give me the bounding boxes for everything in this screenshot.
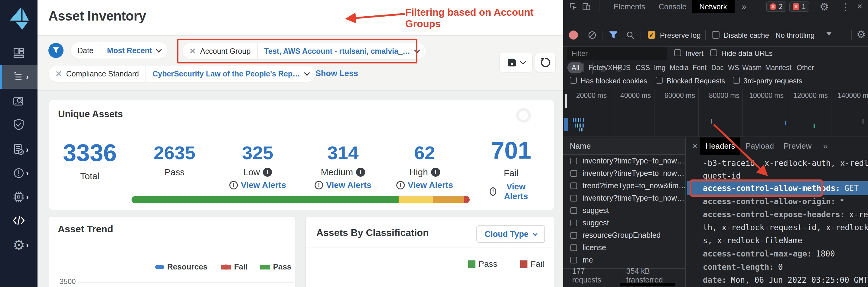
hide-data-urls-checkbox[interactable] bbox=[710, 49, 717, 56]
timeline-selection-bar[interactable] bbox=[564, 118, 568, 131]
request-row[interactable]: inventory?timeType=to_now… bbox=[563, 155, 686, 167]
request-checkbox[interactable] bbox=[570, 182, 577, 189]
request-row[interactable]: inventory?timeType=to_now… bbox=[563, 192, 686, 204]
info-icon[interactable]: i bbox=[356, 168, 365, 177]
remove-filter-icon[interactable]: ✕ bbox=[55, 69, 62, 78]
kebab-menu-icon[interactable]: ⋮ bbox=[841, 1, 850, 12]
legend-resources[interactable]: Resources bbox=[167, 262, 208, 272]
filter-button[interactable] bbox=[49, 43, 63, 58]
network-filter-input[interactable]: Filter bbox=[567, 47, 667, 60]
request-checkbox[interactable] bbox=[570, 170, 577, 177]
type-chip-css[interactable]: CSS bbox=[636, 64, 650, 72]
request-checkbox[interactable] bbox=[570, 195, 577, 202]
legend-fail[interactable]: Fail bbox=[530, 259, 544, 269]
type-chip-all[interactable]: All bbox=[567, 62, 584, 73]
request-row[interactable]: resourceGroupEnabled bbox=[563, 229, 686, 241]
blocked-requests-label[interactable]: Blocked Requests bbox=[666, 77, 725, 85]
more-tabs-icon[interactable]: » bbox=[742, 0, 746, 13]
asset-inventory-page: Asset Inventory Filtering based on Accou… bbox=[37, 0, 563, 287]
name-column-header[interactable]: Name bbox=[563, 138, 685, 155]
reset-filters-button[interactable] bbox=[535, 53, 555, 72]
invert-checkbox[interactable] bbox=[674, 49, 681, 56]
close-detail-icon[interactable]: × bbox=[692, 141, 698, 151]
type-chip-js[interactable]: JS bbox=[622, 64, 630, 72]
type-chip-media[interactable]: Media bbox=[670, 64, 689, 72]
has-blocked-cookies-checkbox[interactable] bbox=[570, 77, 577, 84]
legend-fail[interactable]: Fail bbox=[234, 262, 248, 272]
issues-badge[interactable]: ✕ 1 bbox=[789, 1, 809, 12]
info-icon[interactable]: i bbox=[263, 168, 272, 177]
tab-elements[interactable]: Elements bbox=[614, 0, 645, 13]
request-row[interactable]: trend?timeType=to_now&tim… bbox=[563, 179, 686, 192]
has-blocked-cookies-label[interactable]: Has blocked cookies bbox=[581, 77, 647, 85]
account-group-filter-label: Account Group bbox=[200, 47, 251, 56]
view-alerts-link-high[interactable]: View Alerts bbox=[408, 180, 453, 190]
devtools-settings-gear-icon[interactable]: ⚙ bbox=[819, 1, 829, 13]
tab-headers[interactable]: Headers bbox=[700, 138, 740, 155]
selected-header-row[interactable]: access-control-allow-methods:GET bbox=[687, 181, 868, 195]
horizontal-scrollbar-thumb[interactable] bbox=[620, 283, 675, 286]
network-overview-timeline[interactable]: 20000 ms 40000 ms 60000 ms 80000 ms 1000… bbox=[563, 88, 868, 137]
request-row[interactable]: inventory?timeType=to_now… bbox=[563, 167, 686, 179]
request-checkbox[interactable] bbox=[570, 232, 577, 239]
date-filter-chip[interactable]: Date Most Recent bbox=[71, 42, 167, 59]
request-checkbox[interactable] bbox=[570, 158, 577, 164]
type-chip-fetch-xhr[interactable]: Fetch/XHR bbox=[589, 64, 622, 72]
legend-pass[interactable]: Pass bbox=[273, 262, 291, 272]
request-checkbox[interactable] bbox=[570, 257, 577, 263]
sidebar-item-settings[interactable]: ⚙ › bbox=[0, 235, 37, 256]
tab-preview[interactable]: Preview bbox=[784, 138, 811, 155]
blocked-requests-checkbox[interactable] bbox=[656, 77, 663, 84]
device-toolbar-icon[interactable] bbox=[582, 2, 591, 13]
request-checkbox[interactable] bbox=[570, 207, 577, 214]
type-chip-font[interactable]: Font bbox=[692, 64, 707, 72]
request-row[interactable]: suggest bbox=[563, 217, 686, 229]
timeline-handle[interactable] bbox=[565, 94, 567, 108]
chevron-right-icon: › bbox=[26, 72, 29, 81]
request-checkbox[interactable] bbox=[570, 244, 577, 251]
third-party-requests-label[interactable]: 3rd-party requests bbox=[743, 77, 802, 85]
view-alerts-link-medium[interactable]: View Alerts bbox=[326, 180, 371, 190]
third-party-requests-checkbox[interactable] bbox=[733, 77, 740, 84]
request-checkbox[interactable] bbox=[570, 220, 577, 226]
view-alerts-link-fail[interactable]: View Alerts bbox=[499, 182, 533, 201]
sidebar-item-compute[interactable]: › bbox=[0, 186, 37, 208]
type-chip-manifest[interactable]: Manifest bbox=[765, 64, 792, 72]
sidebar-item-dashboard[interactable] bbox=[0, 43, 37, 64]
more-detail-tabs-icon[interactable]: » bbox=[819, 138, 831, 155]
type-chip-img[interactable]: Img bbox=[654, 64, 665, 72]
tab-payload[interactable]: Payload bbox=[746, 138, 773, 155]
legend-pass[interactable]: Pass bbox=[478, 259, 497, 269]
fail-series-marker-icon bbox=[221, 265, 231, 270]
account-group-filter-chip[interactable]: ✕ Account Group Test, AWS Account - rtul… bbox=[183, 43, 426, 59]
type-chip-doc[interactable]: Doc bbox=[711, 64, 724, 72]
type-chip-wasm[interactable]: Wasm bbox=[742, 64, 762, 72]
show-less-link[interactable]: Show Less bbox=[315, 69, 358, 78]
network-toolbar: ✓ Preserve log Disable cache No throttli… bbox=[563, 13, 868, 30]
save-filter-button[interactable] bbox=[500, 53, 532, 72]
hide-data-urls-label[interactable]: Hide data URLs bbox=[721, 49, 772, 58]
inspect-element-icon[interactable] bbox=[568, 2, 578, 13]
prisma-cloud-logo[interactable] bbox=[7, 5, 31, 31]
view-alerts-link-low[interactable]: View Alerts bbox=[241, 180, 286, 190]
sidebar-item-alerts[interactable]: › bbox=[0, 163, 37, 184]
cloud-type-dropdown[interactable]: Cloud Type bbox=[476, 225, 545, 243]
tab-network[interactable]: Network bbox=[692, 0, 735, 13]
type-chip-other[interactable]: Other bbox=[797, 64, 814, 72]
tab-console[interactable]: Console bbox=[659, 0, 686, 13]
request-row[interactable]: me bbox=[563, 254, 686, 266]
sidebar-item-governance[interactable] bbox=[0, 114, 37, 135]
type-chip-ws[interactable]: WS bbox=[728, 64, 739, 72]
console-errors-badge[interactable]: ✕ 2 bbox=[766, 1, 786, 12]
invert-label[interactable]: Invert bbox=[685, 49, 704, 58]
info-icon[interactable]: i bbox=[431, 168, 440, 177]
request-row[interactable]: suggest bbox=[563, 204, 686, 217]
remove-filter-icon[interactable]: ✕ bbox=[189, 46, 196, 56]
sidebar-item-compliance[interactable]: › bbox=[0, 139, 37, 160]
sidebar-item-investigate[interactable] bbox=[0, 91, 37, 112]
sidebar-item-inventory-active[interactable]: › bbox=[0, 65, 37, 89]
request-row[interactable]: license bbox=[563, 241, 686, 254]
devtools-close-icon[interactable]: × bbox=[857, 1, 863, 11]
compliance-standard-filter-chip[interactable]: ✕ Compliance Standard CyberSecurity Law … bbox=[49, 66, 316, 82]
sidebar-item-code-security[interactable] bbox=[0, 210, 37, 231]
